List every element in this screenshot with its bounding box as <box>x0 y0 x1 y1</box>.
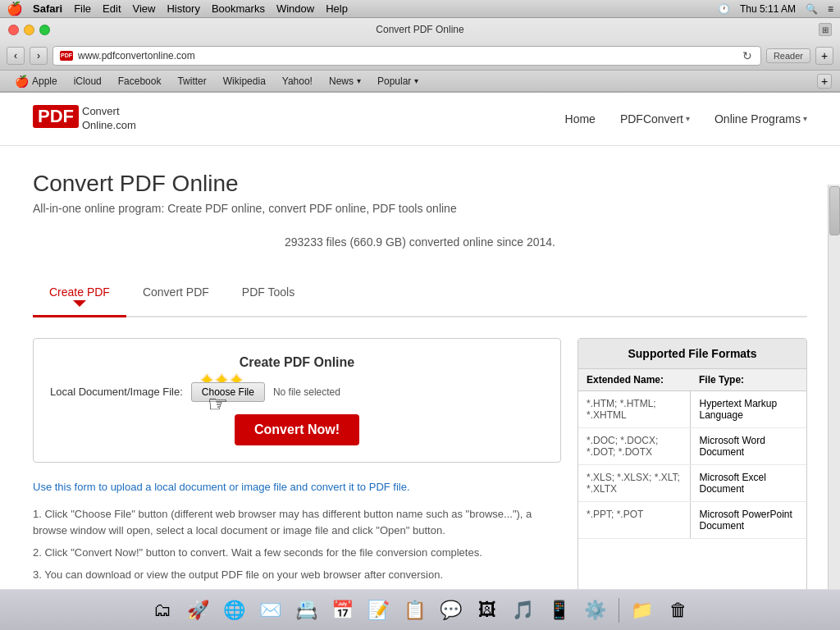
menubar-list-icon[interactable]: ≡ <box>828 3 833 15</box>
dock-divider <box>619 598 619 623</box>
menubar-history[interactable]: History <box>167 2 199 15</box>
menubar-help[interactable]: Help <box>326 2 348 15</box>
bookmark-wikipedia[interactable]: Wikipedia <box>217 74 272 89</box>
formats-row: *.HTM; *.HTML; *.XHTMLHypertext Markup L… <box>578 390 806 427</box>
bookmark-popular[interactable]: Popular <box>371 74 425 89</box>
menubar-file[interactable]: File <box>74 2 91 15</box>
bookmark-twitter[interactable]: Twitter <box>171 74 212 89</box>
reload-button[interactable]: ↻ <box>741 49 754 62</box>
bookmark-facebook-label: Facebook <box>118 75 162 87</box>
dock-trash[interactable]: 🗑 <box>662 594 695 627</box>
bookmark-popular-label: Popular <box>377 75 411 87</box>
tabs-container: Create PDF Convert PDF PDF Tools <box>33 277 807 317</box>
dock-appstore[interactable]: 📱 <box>543 594 576 627</box>
menubar-right: 🕐 Thu 5:11 AM 🔍 ≡ <box>718 3 833 15</box>
menubar: 🍎 Safari File Edit View History Bookmark… <box>0 0 840 18</box>
tab-convert-pdf-label: Convert PDF <box>143 285 209 299</box>
instructions: Use this form to upload a local document… <box>33 479 561 590</box>
menubar-search-icon[interactable]: 🔍 <box>806 3 818 15</box>
logo-line2: Online.com <box>82 119 136 133</box>
convert-box: Create PDF Online Local Document/Image F… <box>33 338 561 463</box>
col-type-header: File Type: <box>691 369 806 391</box>
dock-finder[interactable]: 🗂 <box>146 594 179 627</box>
dock-launchpad[interactable]: 🚀 <box>182 594 215 627</box>
scrollbar-track[interactable] <box>828 185 840 590</box>
page-subtitle: All-in-one online program: Create PDF on… <box>33 202 807 215</box>
bookmarks-bar: 🍎 Apple iCloud Facebook Twitter Wikipedi… <box>0 71 840 92</box>
bookmark-news-label: News <box>329 75 354 87</box>
back-button[interactable]: ‹ <box>7 47 25 65</box>
minimize-button[interactable] <box>24 25 34 35</box>
instructions-step3: 3. You can download or view the output P… <box>33 567 561 584</box>
scrollbar-thumb[interactable] <box>829 186 840 235</box>
stats-text: 293233 files (660.9 GB) converted online… <box>285 235 555 249</box>
convert-now-button[interactable]: Convert Now! <box>235 414 359 445</box>
tab-create-pdf[interactable]: Create PDF <box>33 277 126 317</box>
menubar-edit[interactable]: Edit <box>103 2 121 15</box>
convert-area: Create PDF Online Local Document/Image F… <box>33 338 807 590</box>
nav-home[interactable]: Home <box>565 112 596 126</box>
site-favicon: PDF <box>60 51 73 61</box>
dock-folder[interactable]: 📁 <box>626 594 659 627</box>
bookmark-apple[interactable]: 🍎 Apple <box>8 73 64 89</box>
maximize-button[interactable] <box>39 25 50 35</box>
tab-active-indicator <box>73 300 86 307</box>
logo-text: Convert Online.com <box>82 105 136 133</box>
dock-mail[interactable]: ✉️ <box>254 594 287 627</box>
dock-messages[interactable]: 💬 <box>435 594 468 627</box>
nav-online-programs[interactable]: Online Programs <box>714 112 807 126</box>
formats-extended-0: *.HTM; *.HTML; *.XHTML <box>578 390 691 427</box>
menubar-view[interactable]: View <box>133 2 156 15</box>
fullscreen-button[interactable]: ⊞ <box>819 23 832 36</box>
dock-contacts[interactable]: 📇 <box>290 594 323 627</box>
nav-pdfconvert[interactable]: PDFConvert <box>620 112 690 126</box>
formats-type-2: Microsoft Excel Document <box>691 464 806 501</box>
menubar-bookmarks[interactable]: Bookmarks <box>212 2 265 15</box>
stats-bar: 293233 files (660.9 GB) converted online… <box>33 227 807 257</box>
browser-chrome: Convert PDF Online ⊞ ‹ › PDF www.pdfconv… <box>0 18 840 93</box>
menubar-window[interactable]: Window <box>276 2 314 15</box>
dock-calendar[interactable]: 📅 <box>326 594 359 627</box>
tab-pdf-tools[interactable]: PDF Tools <box>226 277 311 317</box>
browser-titlebar: Convert PDF Online ⊞ <box>0 18 840 41</box>
menubar-safari[interactable]: Safari <box>33 2 62 15</box>
formats-table: Extended Name: File Type: *.HTM; *.HTML;… <box>578 369 806 539</box>
tab-pdf-tools-label: PDF Tools <box>242 285 294 299</box>
dock-itunes[interactable]: 🎵 <box>507 594 540 627</box>
formats-type-3: Microsoft PowerPoint Document <box>691 501 806 538</box>
site-logo[interactable]: PDF Convert Online.com <box>33 105 136 133</box>
file-input-row: Local Document/Image File: ✦✦✦ Choose Fi… <box>50 382 544 402</box>
new-tab-button[interactable]: + <box>815 47 833 65</box>
apple-menu[interactable]: 🍎 <box>7 1 23 16</box>
tab-create-pdf-label: Create PDF <box>49 285 110 299</box>
bookmark-yahoo[interactable]: Yahoo! <box>276 74 319 89</box>
cursor-hand-icon: ☞ <box>208 390 228 418</box>
bookmark-news[interactable]: News <box>322 74 368 89</box>
dock-notes[interactable]: 📝 <box>363 594 395 627</box>
browser-toolbar: ‹ › PDF www.pdfconvertonline.com ↻ Reade… <box>0 41 840 71</box>
url-text[interactable]: www.pdfconvertonline.com <box>78 50 195 62</box>
dock-safari[interactable]: 🌐 <box>218 594 251 627</box>
menubar-clock-icon: 🕐 <box>718 3 730 15</box>
add-bookmark-button[interactable]: + <box>817 74 832 89</box>
reader-button[interactable]: Reader <box>766 48 810 63</box>
choose-file-button[interactable]: Choose File <box>191 382 265 402</box>
formats-row: *.XLS; *.XLSX; *.XLT; *.XLTXMicrosoft Ex… <box>578 464 806 501</box>
dock-reminders[interactable]: 📋 <box>399 594 431 627</box>
dock-systemprefs[interactable]: ⚙️ <box>579 594 612 627</box>
formats-extended-1: *.DOC; *.DOCX; *.DOT; *.DOTX <box>578 427 691 464</box>
forward-button[interactable]: › <box>30 47 48 65</box>
bookmark-icloud[interactable]: iCloud <box>67 74 108 89</box>
logo-line1: Convert <box>82 105 136 119</box>
apple-icon: 🍎 <box>15 75 29 88</box>
dock-photos[interactable]: 🖼 <box>471 594 504 627</box>
close-button[interactable] <box>8 25 19 35</box>
menubar-time: Thu 5:11 AM <box>740 3 796 15</box>
instructions-step1: 1. Click "Choose File" button (different… <box>33 506 561 541</box>
bookmark-facebook[interactable]: Facebook <box>112 74 168 89</box>
site-header: PDF Convert Online.com Home PDFConvert O… <box>0 93 840 146</box>
tab-convert-pdf[interactable]: Convert PDF <box>126 277 226 317</box>
address-bar[interactable]: PDF www.pdfconvertonline.com ↻ <box>52 46 761 66</box>
formats-row: *.DOC; *.DOCX; *.DOT; *.DOTXMicrosoft Wo… <box>578 427 806 464</box>
instructions-use-form: Use this form to upload a local document… <box>33 479 561 496</box>
